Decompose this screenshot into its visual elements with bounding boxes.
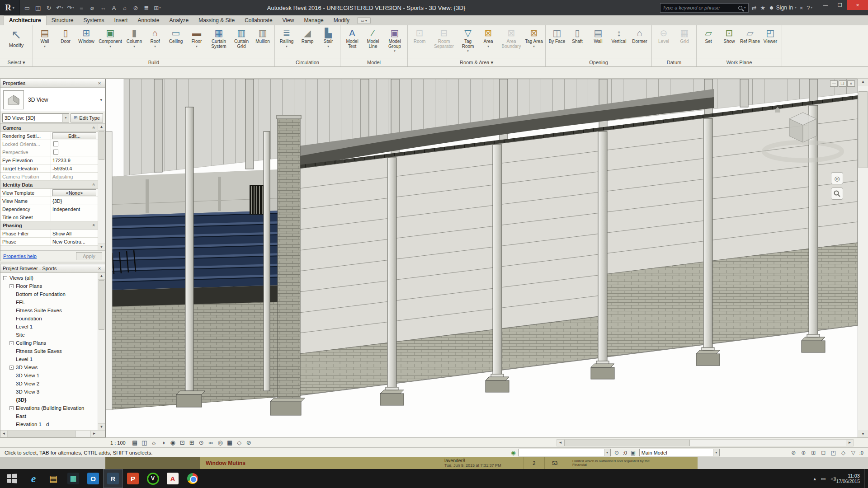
select-by-face-icon[interactable]: ◇ (840, 450, 847, 456)
properties-header[interactable]: Properties × (0, 79, 105, 88)
temporary-hide-icon[interactable]: ∞ (207, 439, 215, 447)
favorites-icon[interactable]: ★ (760, 5, 765, 11)
shadows-icon[interactable]: ◑ (159, 439, 168, 447)
scroll-down-arrow[interactable]: ▼ (98, 244, 105, 250)
floor-button[interactable]: ▬Floor▾ (186, 26, 207, 57)
view-minimize-icon[interactable]: — (830, 80, 838, 87)
scroll-right-arrow[interactable]: ► (90, 431, 98, 437)
undo-icon[interactable]: ↶▾ (54, 2, 65, 13)
tree-item-level-1[interactable]: Level 1 (0, 323, 105, 331)
tree-item-3d-view-2[interactable]: 3D View 2 (0, 380, 105, 388)
tree-item-level-1[interactable]: Level 1 (0, 355, 105, 363)
value-text[interactable]: {3D} (52, 198, 62, 204)
steering-wheel-icon[interactable]: ◎ (831, 172, 843, 184)
help-icon[interactable]: ?▾ (807, 5, 812, 11)
tab-manage[interactable]: Manage (299, 16, 328, 25)
scroll-thumb[interactable] (564, 440, 690, 446)
model-group-button[interactable]: ▣Model Group▾ (383, 26, 406, 57)
mullion-button[interactable]: ▥Mullion (252, 26, 273, 57)
constraints-icon[interactable]: ⊘ (245, 439, 253, 447)
window-button[interactable]: ⊞Window (76, 26, 97, 57)
tree-item-3d-view-1[interactable]: 3D View 1 (0, 371, 105, 380)
tree-item-east[interactable]: East (0, 412, 105, 420)
tree-item-site[interactable]: Site (0, 331, 105, 339)
tree-item-elevations-building-elevation[interactable]: -Elevations (Building Elevation (0, 404, 105, 412)
save-icon[interactable]: ◫ (33, 2, 43, 13)
filter-icon[interactable]: ▽ (849, 450, 857, 456)
component-button[interactable]: ▣Component▾ (97, 26, 124, 57)
tree-item-views-all[interactable]: -Views (all) (0, 274, 105, 282)
tab-structure[interactable]: Structure (47, 16, 79, 25)
select-pinned-icon[interactable]: ◳ (830, 450, 837, 456)
curtain-grid-button[interactable]: ▥Curtain Grid (231, 26, 252, 57)
tree-item-3d-views[interactable]: -3D Views (0, 363, 105, 371)
stair-button[interactable]: ▙Stair▾ (318, 26, 339, 57)
tab-view[interactable]: View (278, 16, 299, 25)
sign-in-button[interactable]: ☻ Sign In ▾ (769, 5, 797, 11)
railing-button[interactable]: ≣Railing▾ (276, 26, 297, 57)
v-app-icon[interactable]: V (143, 469, 163, 488)
powerpoint-icon[interactable]: P (123, 469, 143, 488)
properties-help-link[interactable]: Properties help (3, 253, 37, 259)
select-links-icon[interactable]: ⊞ (810, 450, 817, 456)
tree-item-ffl[interactable]: FFL (0, 298, 105, 306)
roof-button[interactable]: ⌂Roof▾ (145, 26, 165, 57)
expand-icon[interactable]: - (9, 284, 14, 288)
explorer-icon[interactable]: ▤ (43, 469, 63, 488)
lock-view-icon[interactable]: ⊙ (197, 439, 206, 447)
minimize-button[interactable]: — (818, 0, 833, 10)
store-icon[interactable]: ▦ (63, 469, 83, 488)
property-group-phasing[interactable]: Phasing« (0, 221, 98, 230)
wall-button[interactable]: ▤Wall (588, 26, 609, 57)
panel-label-room-area[interactable]: Room & Area ▾ (408, 58, 545, 66)
scroll-thumb[interactable] (859, 91, 868, 168)
scroll-thumb[interactable] (99, 280, 104, 330)
switch-windows-icon[interactable]: ⊞▾ (152, 2, 163, 13)
value-text[interactable]: 17233.9 (52, 158, 71, 163)
print-icon[interactable]: ≡ (76, 2, 87, 13)
sync-icon[interactable]: ↻ (43, 2, 54, 13)
ie-icon[interactable]: e (24, 469, 43, 488)
tree-item-floor-plans[interactable]: -Floor Plans (0, 282, 105, 290)
open-icon[interactable]: ▭ (22, 2, 33, 13)
tab-modify[interactable]: Modify (329, 16, 354, 25)
close-button[interactable]: × (847, 0, 868, 10)
ribbon-display-toggle[interactable]: ▭▾ (357, 17, 371, 24)
expand-icon[interactable]: - (9, 341, 14, 345)
scroll-up-arrow[interactable]: ▲ (98, 124, 105, 131)
tree-item-fitness-suite-eaves[interactable]: Fitness Suite Eaves (0, 347, 105, 355)
chevron-down-icon[interactable]: ▾ (100, 98, 102, 102)
measure-icon[interactable]: ⌀ (87, 2, 98, 13)
design-option-combo[interactable]: Main Model ▾ (639, 449, 720, 456)
tab-collaborate[interactable]: Collaborate (240, 16, 277, 25)
by-face-button[interactable]: ◫By Face (547, 26, 567, 57)
modify-button[interactable]: ↖Modify (1, 26, 31, 57)
apply-button[interactable]: Apply (76, 252, 102, 260)
value-text[interactable]: Independent (52, 206, 80, 212)
exclude-options-icon[interactable]: ⊘ (790, 450, 797, 456)
revit-icon[interactable]: R (103, 469, 123, 488)
expand-icon[interactable]: - (3, 276, 7, 280)
acrobat-icon[interactable]: A (163, 469, 183, 488)
tab-architecture[interactable]: Architecture (4, 15, 47, 25)
email-notification-row[interactable]: Window Mutins lavender8 Tue, Jun 9, 2015… (105, 457, 698, 469)
drawing-area[interactable]: — ❐ × ◎ (105, 79, 857, 437)
scroll-up-arrow[interactable]: ▲ (858, 79, 868, 85)
model-line-button[interactable]: ∕Model Line (363, 26, 383, 57)
curtain-system-button[interactable]: ▦Curtain System (207, 26, 231, 57)
view-template-value-button[interactable]: <None> (52, 189, 96, 196)
viewer-button[interactable]: ◰Viewer (760, 26, 780, 57)
tab-insert[interactable]: Insert (109, 16, 132, 25)
view-close-icon[interactable]: × (847, 80, 855, 87)
zoom-tool-icon[interactable] (831, 188, 843, 200)
text-icon[interactable]: A (108, 2, 119, 13)
expand-icon[interactable]: - (9, 366, 14, 370)
crop-view-icon[interactable]: ⊡ (178, 439, 187, 447)
worksharing-display-icon[interactable]: ◇ (235, 439, 244, 447)
start-button[interactable] (0, 469, 24, 488)
perspective-checkbox[interactable] (53, 150, 58, 155)
volume-icon[interactable]: ◁) (830, 476, 836, 482)
browser-hscrollbar[interactable]: ◄ ► (0, 430, 98, 437)
chevron-down-icon[interactable]: ▾ (744, 6, 746, 9)
area-button[interactable]: ⊠Area▾ (478, 26, 499, 57)
